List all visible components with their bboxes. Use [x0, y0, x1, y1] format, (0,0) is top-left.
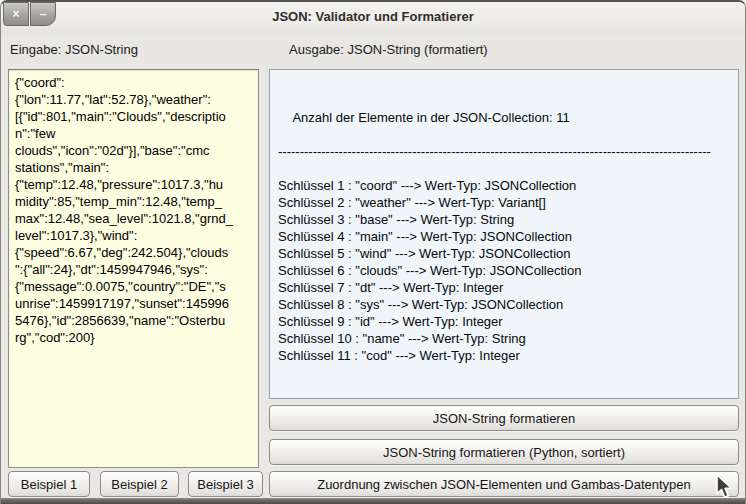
window-bottom-edge — [1, 498, 745, 504]
output-panel[interactable]: Anzahl der Elemente in der JSON-Collecti… — [269, 69, 739, 399]
format-json-button[interactable]: JSON-String formatieren — [269, 405, 739, 431]
titlebar: × – JSON: Validator und Formatierer — [1, 2, 745, 35]
output-label: Ausgabe: JSON-String (formatiert) — [289, 42, 488, 57]
input-label: Eingabe: JSON-String — [10, 42, 138, 57]
example-1-button[interactable]: Beispiel 1 — [8, 471, 90, 497]
format-json-python-button[interactable]: JSON-String formatieren (Python, sortier… — [269, 439, 739, 465]
json-input-textarea[interactable]: {"coord": {"lon":11.77,"lat":52.78},"wea… — [8, 69, 259, 468]
app-window: × – JSON: Validator und Formatierer Eing… — [0, 0, 746, 504]
output-text: Anzahl der Elemente in der JSON-Collecti… — [278, 110, 711, 363]
window-title: JSON: Validator und Formatierer — [1, 9, 745, 24]
example-3-button[interactable]: Beispiel 3 — [188, 471, 263, 497]
example-2-button[interactable]: Beispiel 2 — [100, 471, 179, 497]
mapping-gambas-button[interactable]: Zuordnung zwischen JSON-Elementen und Ga… — [269, 471, 739, 497]
